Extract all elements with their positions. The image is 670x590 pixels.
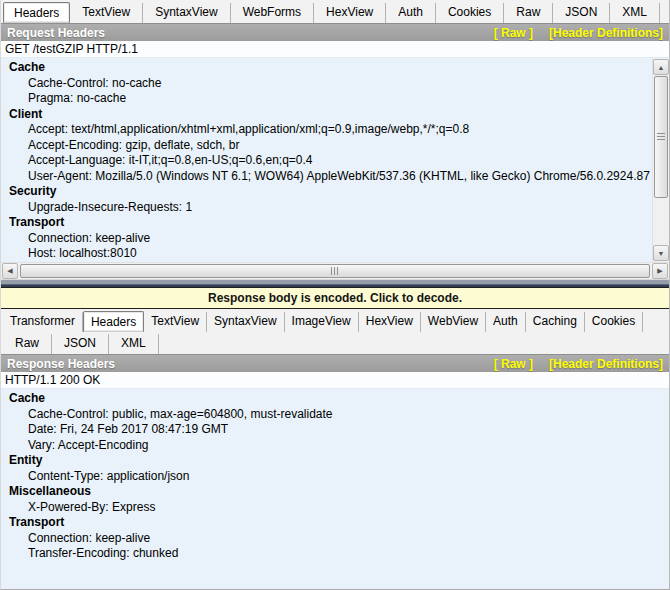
request-tab-raw[interactable]: Raw (504, 3, 553, 23)
response-tab-imageview[interactable]: ImageView (285, 312, 359, 332)
scrollbar-grip (331, 267, 339, 275)
header-line[interactable]: Connection: keep-alive (1, 231, 654, 247)
response-tab-webview[interactable]: WebView (421, 312, 486, 332)
scroll-right-arrow-icon[interactable]: ▶ (652, 263, 668, 279)
request-raw-link[interactable]: [ Raw ] (494, 26, 533, 40)
request-horizontal-scrollbar[interactable]: ◀ ▶ (1, 262, 669, 279)
scroll-up-arrow-icon[interactable]: ▲ (653, 59, 669, 75)
request-tab-json[interactable]: JSON (553, 3, 610, 23)
header-group-client[interactable]: Client (1, 107, 654, 123)
response-headers-title: Response Headers (7, 357, 115, 371)
response-tab-strip-row2: RawJSONXML (1, 332, 669, 354)
response-tab-transformer[interactable]: Transformer (3, 312, 83, 332)
response-tab-hexview[interactable]: HexView (359, 312, 421, 332)
request-tab-textview[interactable]: TextView (70, 3, 143, 23)
header-group-cache[interactable]: Cache (1, 60, 654, 76)
header-line[interactable]: Date: Fri, 24 Feb 2017 08:47:19 GMT (1, 422, 654, 438)
header-group-cache[interactable]: Cache (1, 391, 654, 407)
request-tab-headers[interactable]: Headers (3, 2, 70, 23)
request-tab-xml[interactable]: XML (610, 3, 660, 23)
response-raw-link[interactable]: [ Raw ] (494, 357, 533, 371)
response-tab-textview[interactable]: TextView (144, 312, 207, 332)
header-group-transport[interactable]: Transport (1, 515, 654, 531)
header-group-miscellaneous[interactable]: Miscellaneous (1, 484, 654, 500)
response-tab-headers[interactable]: Headers (83, 311, 144, 332)
response-tab-strip-row1: TransformerHeadersTextViewSyntaxViewImag… (1, 309, 669, 332)
header-group-entity[interactable]: Entity (1, 453, 654, 469)
request-tab-strip: HeadersTextViewSyntaxViewWebFormsHexView… (1, 0, 669, 23)
header-line[interactable]: Cache-Control: no-cache (1, 76, 654, 92)
response-headers-tree-container: CacheCache-Control: public, max-age=6048… (1, 389, 669, 589)
scrollbar-grip (657, 133, 665, 141)
header-line[interactable]: Upgrade-Insecure-Requests: 1 (1, 200, 654, 216)
response-headers-tree: CacheCache-Control: public, max-age=6048… (1, 389, 654, 562)
response-tab-syntaxview[interactable]: SyntaxView (207, 312, 284, 332)
response-tab-cookies[interactable]: Cookies (585, 312, 643, 332)
fiddler-inspectors-panel: HeadersTextViewSyntaxViewWebFormsHexView… (0, 0, 670, 590)
header-line[interactable]: Accept: text/html,application/xhtml+xml,… (1, 122, 654, 138)
header-line[interactable]: Accept-Language: it-IT,it;q=0.8,en-US;q=… (1, 153, 654, 169)
header-group-transport[interactable]: Transport (1, 215, 654, 231)
response-status-line[interactable]: HTTP/1.1 200 OK (1, 372, 669, 389)
request-headers-title: Request Headers (7, 26, 105, 40)
header-line[interactable]: Connection: keep-alive (1, 531, 654, 547)
header-line[interactable]: User-Agent: Mozilla/5.0 (Windows NT 6.1;… (1, 169, 654, 185)
scroll-left-arrow-icon[interactable]: ◀ (2, 263, 18, 279)
header-line[interactable]: Cache-Control: public, max-age=604800, m… (1, 407, 654, 423)
scroll-down-arrow-icon[interactable]: ▼ (653, 245, 669, 261)
header-line[interactable]: X-Powered-By: Express (1, 500, 654, 516)
header-line[interactable]: Pragma: no-cache (1, 91, 654, 107)
request-header-definitions-link[interactable]: [Header Definitions] (549, 26, 663, 40)
header-line[interactable]: Vary: Accept-Encoding (1, 438, 654, 454)
header-line[interactable]: Transfer-Encoding: chunked (1, 546, 654, 562)
response-tab-json[interactable]: JSON (52, 334, 109, 354)
request-tab-webforms[interactable]: WebForms (231, 3, 314, 23)
request-tab-syntaxview[interactable]: SyntaxView (143, 3, 230, 23)
response-encoded-notice[interactable]: Response body is encoded. Click to decod… (1, 287, 669, 309)
response-tab-caching[interactable]: Caching (526, 312, 585, 332)
request-tab-hexview[interactable]: HexView (314, 3, 386, 23)
request-headers-titlebar: Request Headers [ Raw ] [Header Definiti… (1, 23, 669, 41)
vertical-scrollbar-thumb[interactable] (654, 76, 668, 198)
header-line[interactable]: Content-Type: application/json (1, 469, 654, 485)
request-headers-tree: CacheCache-Control: no-cachePragma: no-c… (1, 58, 654, 262)
request-tab-cookies[interactable]: Cookies (436, 3, 504, 23)
request-tab-auth[interactable]: Auth (386, 3, 436, 23)
response-tab-xml[interactable]: XML (109, 334, 159, 354)
header-group-security[interactable]: Security (1, 184, 654, 200)
response-header-definitions-link[interactable]: [Header Definitions] (549, 357, 663, 371)
response-headers-titlebar: Response Headers [ Raw ] [Header Definit… (1, 354, 669, 372)
header-line[interactable]: Accept-Encoding: gzip, deflate, sdch, br (1, 138, 654, 154)
request-headers-tree-container: CacheCache-Control: no-cachePragma: no-c… (1, 58, 669, 262)
request-vertical-scrollbar[interactable]: ▲ ▼ (652, 58, 669, 262)
response-tab-auth[interactable]: Auth (486, 312, 526, 332)
request-line[interactable]: GET /testGZIP HTTP/1.1 (1, 41, 669, 58)
request-response-splitter[interactable] (1, 279, 669, 287)
header-line[interactable]: Host: localhost:8010 (1, 246, 654, 262)
horizontal-scrollbar-thumb[interactable] (20, 264, 650, 278)
response-tab-raw[interactable]: Raw (3, 334, 52, 354)
